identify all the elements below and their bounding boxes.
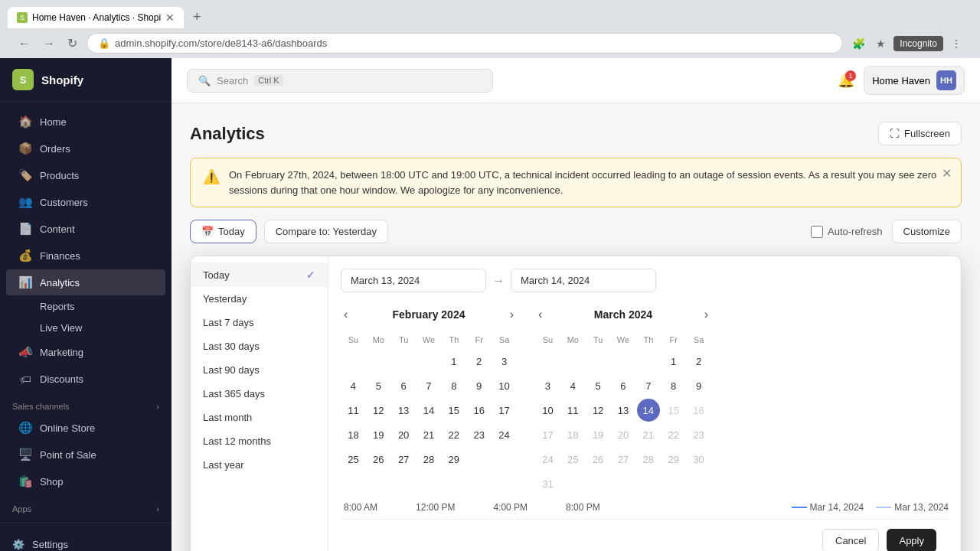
next-month-button[interactable]: › — [701, 305, 711, 324]
mar-day-7[interactable]: 7 — [637, 374, 660, 397]
feb-day-13[interactable]: 13 — [392, 399, 415, 422]
bookmark-button[interactable]: ★ — [873, 34, 889, 53]
auto-refresh-checkbox[interactable] — [811, 226, 823, 238]
sidebar-item-finances[interactable]: 💰 Finances — [6, 243, 165, 269]
alert-close-button[interactable]: ✕ — [942, 166, 952, 181]
new-tab-button[interactable]: + — [187, 6, 207, 28]
sidebar-item-shop[interactable]: 🛍️ Shop — [6, 468, 165, 494]
feb-day-22[interactable]: 22 — [443, 423, 466, 446]
dp-option-last7[interactable]: Last 7 days — [191, 311, 328, 334]
feb-day-17[interactable]: 17 — [493, 399, 516, 422]
feb-next-button[interactable]: › — [507, 305, 517, 324]
dp-option-lastyear[interactable]: Last year — [191, 453, 328, 477]
store-button[interactable]: Home Haven HH — [864, 66, 965, 95]
fullscreen-button[interactable]: ⛶ Fullscreen — [878, 122, 962, 145]
feb-day-3[interactable]: 3 — [493, 350, 516, 373]
feb-day-10[interactable]: 10 — [493, 374, 516, 397]
feb-day-27[interactable]: 27 — [392, 448, 415, 471]
sidebar-item-analytics[interactable]: 📊 Analytics — [6, 269, 165, 295]
search-box[interactable]: 🔍 Search Ctrl K — [187, 69, 493, 93]
sidebar-item-customers[interactable]: 👥 Customers — [6, 189, 165, 215]
address-bar[interactable]: 🔒 admin.shopify.com/store/de8143-a6/dash… — [87, 33, 843, 54]
sidebar-sub-item-liveview[interactable]: Live View — [6, 318, 165, 338]
incognito-button[interactable]: Incognito — [893, 36, 943, 51]
dp-option-last12months[interactable]: Last 12 months — [191, 429, 328, 453]
customize-button[interactable]: Customize — [892, 220, 962, 243]
dp-option-last365[interactable]: Last 365 days — [191, 382, 328, 406]
feb-day-21[interactable]: 21 — [417, 423, 440, 446]
extensions-button[interactable]: 🧩 — [849, 34, 868, 53]
sidebar-item-settings[interactable]: ⚙️ Settings — [12, 533, 159, 551]
dp-option-last90[interactable]: Last 90 days — [191, 358, 328, 382]
sidebar-item-content[interactable]: 📄 Content — [6, 216, 165, 242]
reload-button[interactable]: ↻ — [64, 33, 80, 54]
feb-day-5[interactable]: 5 — [367, 374, 390, 397]
feb-day-1[interactable]: 1 — [443, 350, 466, 373]
auto-refresh-label[interactable]: Auto-refresh — [811, 226, 883, 238]
sidebar-item-online-store[interactable]: 🌐 Online Store — [6, 415, 165, 441]
dp-option-yesterday[interactable]: Yesterday — [191, 287, 328, 311]
feb-day-23[interactable]: 23 — [468, 423, 491, 446]
feb-day-12[interactable]: 12 — [367, 399, 390, 422]
mar-day-5[interactable]: 5 — [586, 374, 609, 397]
feb-day-2[interactable]: 2 — [468, 350, 491, 373]
feb-day-18[interactable]: 18 — [341, 423, 364, 446]
cancel-button[interactable]: Cancel — [822, 529, 879, 551]
sidebar-item-discounts[interactable]: 🏷 Discounts — [6, 366, 165, 392]
end-date-input[interactable] — [511, 269, 656, 292]
expand-icon[interactable]: › — [156, 402, 159, 411]
dp-option-last30[interactable]: Last 30 days — [191, 334, 328, 358]
feb-day-8[interactable]: 8 — [443, 374, 466, 397]
mar-day-4[interactable]: 4 — [561, 374, 584, 397]
mar-day-9[interactable]: 9 — [688, 374, 710, 397]
sidebar-item-products[interactable]: 🏷️ Products — [6, 162, 165, 188]
feb-day-9[interactable]: 9 — [468, 374, 491, 397]
mar-day-10[interactable]: 10 — [536, 399, 559, 422]
dp-option-today[interactable]: Today ✓ — [191, 262, 328, 287]
feb-day-28[interactable]: 28 — [417, 448, 440, 471]
feb-day-20[interactable]: 20 — [392, 423, 415, 446]
mar-day-3[interactable]: 3 — [536, 374, 559, 397]
compare-filter-button[interactable]: Compare to: Yesterday — [264, 220, 388, 243]
sidebar-item-point-of-sale[interactable]: 🖥️ Point of Sale — [6, 442, 165, 468]
feb-day-7[interactable]: 7 — [417, 374, 440, 397]
today-filter-button[interactable]: 📅 Today — [190, 220, 256, 243]
apply-button[interactable]: Apply — [887, 529, 936, 551]
mar-day-8[interactable]: 8 — [662, 374, 685, 397]
mar-day-14[interactable]: 14 — [637, 399, 660, 422]
feb-day-19[interactable]: 19 — [367, 423, 390, 446]
mar-day-13[interactable]: 13 — [612, 399, 635, 422]
mar-day-1[interactable]: 1 — [662, 350, 685, 373]
march-calendar: ‹ March 2024 › Su Mo Tu We Th Fr — [535, 305, 711, 496]
feb-day-26[interactable]: 26 — [367, 448, 390, 471]
forward-button[interactable]: → — [40, 34, 58, 54]
back-button[interactable]: ← — [15, 34, 34, 54]
mar-day-12[interactable]: 12 — [586, 399, 609, 422]
dp-option-lastmonth[interactable]: Last month — [191, 406, 328, 429]
feb-day-4[interactable]: 4 — [341, 374, 364, 397]
prev-month-button[interactable]: ‹ — [341, 305, 351, 324]
mar-day-2[interactable]: 2 — [688, 350, 710, 373]
feb-day-11[interactable]: 11 — [341, 399, 364, 422]
apps-expand-icon[interactable]: › — [156, 504, 159, 514]
active-browser-tab[interactable]: S Home Haven · Analytics · Shopi ✕ — [8, 7, 184, 28]
sidebar-sub-item-reports[interactable]: Reports — [6, 296, 165, 317]
sidebar-item-marketing[interactable]: 📣 Marketing — [6, 339, 165, 365]
feb-day-6[interactable]: 6 — [392, 374, 415, 397]
feb-day-29[interactable]: 29 — [443, 448, 466, 471]
tab-close-button[interactable]: ✕ — [165, 11, 175, 24]
sidebar-logo[interactable]: S Shopify — [0, 58, 172, 102]
feb-day-16[interactable]: 16 — [468, 399, 491, 422]
sidebar-item-home[interactable]: 🏠 Home — [6, 109, 165, 135]
feb-day-14[interactable]: 14 — [417, 399, 440, 422]
mar-day-11[interactable]: 11 — [561, 399, 584, 422]
feb-day-25[interactable]: 25 — [341, 448, 364, 471]
mar-day-6[interactable]: 6 — [612, 374, 635, 397]
sidebar-item-orders[interactable]: 📦 Orders — [6, 135, 165, 161]
feb-day-24[interactable]: 24 — [493, 423, 516, 446]
notification-button[interactable]: 🔔 1 — [838, 72, 854, 89]
menu-button[interactable]: ⋮ — [948, 34, 965, 53]
feb-day-15[interactable]: 15 — [443, 399, 466, 422]
mar-prev-button[interactable]: ‹ — [535, 305, 545, 324]
start-date-input[interactable] — [341, 269, 486, 292]
